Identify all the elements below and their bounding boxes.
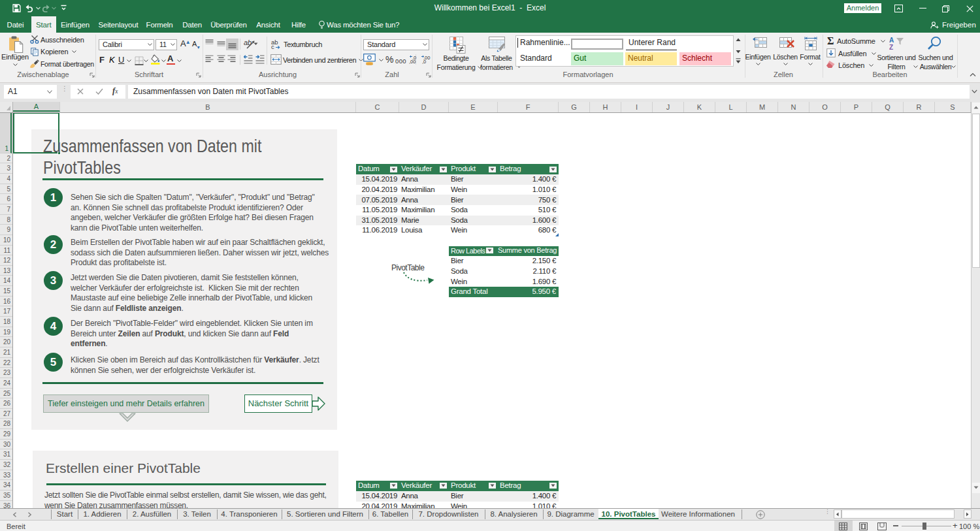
svg-text:Z: Z: [889, 44, 893, 50]
svg-text:,0: ,0: [422, 59, 426, 64]
svg-text:A: A: [889, 37, 894, 44]
svg-text:c: c: [271, 43, 274, 50]
svg-text:,00: ,00: [409, 59, 416, 64]
